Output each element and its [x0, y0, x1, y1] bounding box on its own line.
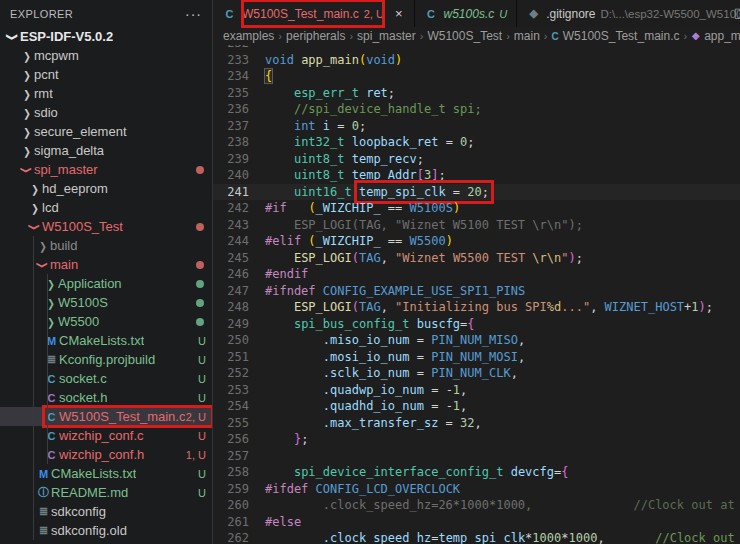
vscode-window: EXPLORER ··· ❯ESP-IDF-V5.0.2❯mcpwm❯pcnt❯…	[0, 0, 740, 544]
code-line: 240 uint8_t temp_Addr[3];	[213, 167, 740, 184]
tab--gitignore[interactable]: ◆.gitignoreD:\...\esp32-W5500_W5100S	[517, 0, 740, 27]
tree-row-content: Csocket.hU	[44, 388, 212, 407]
tree-row-content: Csocket.cU	[44, 369, 212, 388]
split-editor-icon[interactable]: ◫	[734, 5, 740, 20]
tree-item-socket-h[interactable]: Csocket.hU	[0, 388, 212, 407]
code-text: #if (_WIZCHIP_ == W5100S)	[265, 200, 460, 217]
tree-row-content: ≣sdkconfig	[36, 502, 212, 521]
tree-item-label: spi_master	[34, 162, 98, 177]
tree-item-mcpwm[interactable]: ❯mcpwm	[0, 46, 212, 65]
line-number: 245	[213, 250, 265, 267]
tree-row-content: ❯lcd	[28, 198, 212, 217]
tree-row-content: ❯mcpwm	[20, 46, 212, 65]
tree-item-sigma-delta[interactable]: ❯sigma_delta	[0, 141, 212, 160]
tree-item-lcd[interactable]: ❯lcd	[0, 198, 212, 217]
tree-row-content: ❯W5100S_Test	[28, 217, 212, 236]
code-line: 252 .sclk_io_num = PIN_NUM_CLK,	[213, 365, 740, 382]
tree-item-sdio[interactable]: ❯sdio	[0, 103, 212, 122]
tree-item-label: hd_eeprom	[42, 181, 108, 196]
line-number: 239	[213, 151, 265, 168]
line-number: 246	[213, 266, 265, 283]
breadcrumb-item-w5100s-test-main-c[interactable]: CW5100S_Test_main.c	[552, 29, 680, 43]
tree-item-sdkconfig[interactable]: ≣sdkconfig	[0, 502, 212, 521]
list-icon: ≣	[36, 524, 51, 537]
code-text: spi_bus_config_t buscfg={	[265, 316, 475, 333]
line-number: 234	[213, 68, 265, 85]
code-text: {	[265, 68, 272, 85]
chevron-right-icon: ❯	[20, 107, 34, 119]
annotation-box: W5100S_Test_main.c2, U	[242, 0, 384, 27]
indent-guide	[33, 236, 34, 540]
breadcrumb-separator-icon: ›	[683, 30, 687, 42]
tree-item-readme-md[interactable]: ⓘREADME.mdU	[0, 483, 212, 502]
tree-item-cmakelists-txt[interactable]: MCMakeLists.txtU	[0, 464, 212, 483]
line-number: 252	[213, 365, 265, 382]
chevron-right-icon: ❯	[20, 126, 34, 138]
code-line: 242#if (_WIZCHIP_ == W5100S)	[213, 200, 740, 217]
tree-item-pcnt[interactable]: ❯pcnt	[0, 65, 212, 84]
tree-row-content: ❯main	[36, 255, 212, 274]
tree-item-build[interactable]: ❯build	[0, 236, 212, 255]
tree-item-rmt[interactable]: ❯rmt	[0, 84, 212, 103]
tree-item-wizchip-conf-h[interactable]: Cwizchip_conf.h1, U	[0, 445, 212, 464]
breadcrumb-item-w5100s-test[interactable]: W5100S_Test	[427, 29, 502, 43]
tree-item-spi-master[interactable]: ❯spi_master	[0, 160, 212, 179]
breadcrumb-item-main[interactable]: main	[514, 29, 540, 43]
code-line: 250 .miso_io_num = PIN_NUM_MISO,	[213, 332, 740, 349]
tab-w5100s-test-main-c[interactable]: CW5100S_Test_main.c2, U×	[213, 0, 415, 27]
code-text: ESP_LOGI(TAG, "Initializing bus SPI%d...…	[265, 299, 713, 316]
tree-item-socket-c[interactable]: Csocket.cU	[0, 369, 212, 388]
tree-item-sdkconfig-old[interactable]: ≣sdkconfig.old	[0, 521, 212, 540]
tree-item-w5100s[interactable]: ❯W5100S	[0, 293, 212, 312]
code-editor[interactable]: 232233void app_main(void)234{235 esp_err…	[213, 45, 740, 544]
git-badge: U	[198, 392, 206, 404]
tree-row-content: ❯W5100S	[44, 293, 212, 312]
tree-row-content: ❯secure_element	[20, 122, 212, 141]
chevron-right-icon: ❯	[20, 145, 34, 157]
breadcrumb-item-spi-master[interactable]: spi_master	[357, 29, 416, 43]
code-text: esp_err_t ret;	[265, 85, 395, 102]
close-icon[interactable]: ×	[393, 6, 405, 21]
breadcrumb-separator-icon: ›	[420, 30, 424, 42]
code-text: //spi_device_handle_t spi;	[265, 101, 482, 118]
tree-item-root[interactable]: ❯ESP-IDF-V5.0.2	[0, 27, 212, 46]
tree-item-cmakelists-txt[interactable]: MCMakeLists.txtU	[0, 331, 212, 350]
code-text: .mosi_io_num = PIN_NUM_MOSI,	[265, 349, 525, 366]
line-number: 260	[213, 497, 265, 514]
breadcrumb-label: peripherals	[286, 29, 345, 43]
tree-item-application[interactable]: ❯Application	[0, 274, 212, 293]
tree-item-secure-element[interactable]: ❯secure_element	[0, 122, 212, 141]
line-number: 249	[213, 316, 265, 333]
breadcrumb-item-app-main[interactable]: ❖app_main	[691, 29, 740, 43]
tree-item-label: mcpwm	[34, 48, 79, 63]
tree-item-kconfig-projbuild[interactable]: ≣Kconfig.projbuildU	[0, 350, 212, 369]
line-number: 253	[213, 382, 265, 399]
breadcrumb-item-examples[interactable]: examples	[223, 29, 274, 43]
code-line: 261#else	[213, 514, 740, 531]
c-blue-icon: C	[552, 31, 559, 42]
tree-item-w5100s-test-main-c[interactable]: CW5100S_Test_main.c2, U	[0, 407, 212, 426]
git-badge: U	[198, 354, 206, 366]
line-number: 257	[213, 448, 265, 465]
tab-description: D:\...\esp32-W5500_W5100S	[601, 8, 740, 20]
line-number: 237	[213, 118, 265, 135]
breadcrumb-separator-icon: ›	[506, 30, 510, 42]
code-line: 254 .quadhd_io_num = -1,	[213, 398, 740, 415]
code-text: .clock_speed_hz=26*1000*1000, //Clock ou…	[265, 497, 740, 514]
code-text: .max_transfer_sz = 32,	[265, 415, 482, 432]
c-blue-icon: C	[424, 8, 439, 20]
tree-item-hd-eeprom[interactable]: ❯hd_eeprom	[0, 179, 212, 198]
tree-item-w5500[interactable]: ❯W5500	[0, 312, 212, 331]
tab-w5100s-c[interactable]: Cw5100s.cU	[415, 0, 518, 27]
tree-item-label: ESP-IDF-V5.0.2	[20, 29, 113, 44]
breadcrumb-item-peripherals[interactable]: peripherals	[286, 29, 345, 43]
code-line: 233void app_main(void)	[213, 52, 740, 69]
git-badge: U	[198, 335, 206, 347]
code-line: 234{	[213, 68, 740, 85]
tree-item-w5100s-test[interactable]: ❯W5100S_Test	[0, 217, 212, 236]
git-badge: U	[198, 373, 206, 385]
line-number: 238	[213, 134, 265, 151]
tree-item-main[interactable]: ❯main	[0, 255, 212, 274]
tree-item-wizchip-conf-c[interactable]: Cwizchip_conf.cU	[0, 426, 212, 445]
more-actions-icon[interactable]: ···	[185, 6, 202, 22]
